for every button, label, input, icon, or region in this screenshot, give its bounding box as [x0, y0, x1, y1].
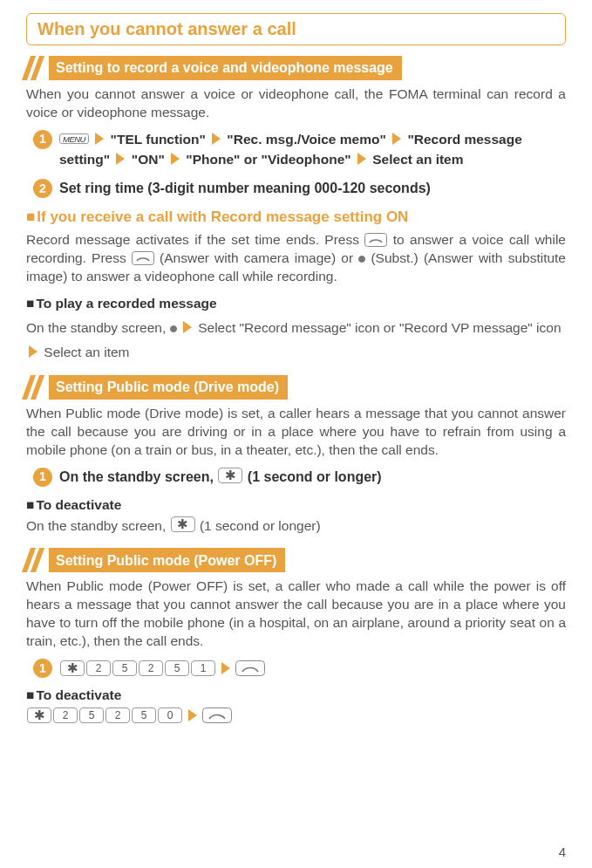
- poweroff-deactivate-keys: ✱ 2 5 2 5 0: [26, 707, 566, 723]
- call-key-icon: [364, 233, 387, 247]
- drive-step-1: 1 On the standby screen, ✱ (1 second or …: [33, 467, 566, 488]
- arrow-icon: [212, 133, 221, 145]
- square-bullet-icon: ■: [26, 687, 34, 702]
- drive-deactivate-heading: ■To deactivate: [26, 496, 566, 515]
- star-key-icon: ✱: [60, 660, 85, 676]
- banner-slash-icon: [26, 548, 44, 572]
- section-banner-record: Setting to record a voice and videophone…: [26, 56, 402, 80]
- step-number-1-icon: 1: [33, 659, 52, 678]
- section-banner-poweroff: Setting Public mode (Power OFF): [26, 548, 285, 572]
- subheading-receive-call: ■If you receive a call with Record messa…: [26, 208, 566, 228]
- key-5-icon: 5: [132, 707, 156, 723]
- section2-body: Record message activates if the set time…: [26, 231, 566, 286]
- square-bullet-icon: ■: [26, 208, 35, 225]
- key-5-icon: 5: [79, 707, 104, 723]
- banner-text: Setting Public mode (Power OFF): [49, 548, 285, 572]
- banner-text: Setting to record a voice and videophone…: [49, 56, 402, 80]
- arrow-icon: [116, 153, 125, 165]
- star-key-icon: ✱: [27, 707, 51, 723]
- key-2-icon: 2: [53, 707, 78, 723]
- key-2-icon: 2: [139, 660, 163, 676]
- section4-intro: When Public mode (Power OFF) is set, a c…: [26, 578, 566, 651]
- drive-step-content: On the standby screen, ✱ (1 second or lo…: [59, 467, 566, 488]
- section1-intro: When you cannot answer a voice or videop…: [26, 85, 566, 122]
- step-number-1-icon: 1: [33, 468, 52, 487]
- step-2-content: Set ring time (3-digit number meaning 00…: [59, 178, 566, 199]
- arrow-icon: [188, 709, 197, 721]
- key-0-icon: 0: [158, 707, 182, 723]
- subheading-play-recorded: ■To play a recorded message: [26, 295, 566, 313]
- arrow-icon: [392, 133, 401, 145]
- square-bullet-icon: ■: [26, 296, 34, 311]
- poweroff-step-1: 1 ✱ 2 5 2 5 1: [33, 658, 566, 678]
- arrow-icon: [171, 153, 180, 165]
- step-number-1-icon: 1: [33, 130, 52, 149]
- square-bullet-icon: ■: [26, 497, 34, 512]
- center-key-icon: [170, 325, 177, 332]
- section3-intro: When Public mode (Drive mode) is set, a …: [26, 405, 566, 460]
- key-5-icon: 5: [165, 660, 189, 676]
- key-2-icon: 2: [86, 660, 111, 676]
- arrow-icon: [357, 153, 366, 165]
- page-number: 4: [559, 844, 566, 861]
- arrow-icon: [95, 133, 104, 145]
- banner-slash-icon: [26, 56, 44, 80]
- banner-slash-icon: [26, 375, 44, 400]
- page-title: When you cannot answer a call: [26, 13, 566, 45]
- key-5-icon: 5: [112, 660, 137, 676]
- drive-deactivate-body: On the standby screen, ✱ (1 second or lo…: [26, 516, 566, 536]
- banner-text: Setting Public mode (Drive mode): [49, 375, 288, 400]
- call-key-icon: [202, 707, 232, 723]
- arrow-icon: [183, 321, 192, 333]
- star-key-icon: ✱: [171, 516, 195, 532]
- star-key-icon: ✱: [218, 468, 242, 483]
- call-key-icon: [235, 660, 265, 676]
- key-2-icon: 2: [105, 707, 130, 723]
- menu-key-icon: MENU: [59, 133, 89, 145]
- call-key-icon: [132, 251, 154, 265]
- step-2: 2 Set ring time (3-digit number meaning …: [33, 178, 566, 199]
- step-1: 1 MENU "TEL function" "Rec. msg./Voice m…: [33, 129, 566, 170]
- step-1-content: MENU "TEL function" "Rec. msg./Voice mem…: [59, 129, 566, 170]
- step-number-2-icon: 2: [33, 179, 52, 198]
- arrow-icon: [221, 662, 230, 674]
- poweroff-deactivate-heading: ■To deactivate: [26, 687, 566, 705]
- arrow-icon: [29, 345, 37, 358]
- section-banner-drive: Setting Public mode (Drive mode): [26, 375, 288, 400]
- key-1-icon: 1: [191, 660, 215, 676]
- play-recorded-body: On the standby screen, Select "Record me…: [26, 316, 566, 365]
